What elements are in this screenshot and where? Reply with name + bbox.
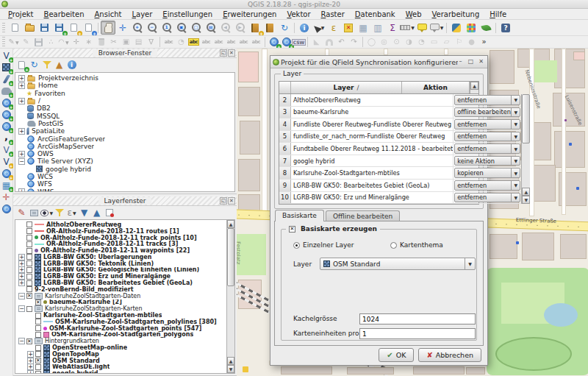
action-dropdown-arrow-icon[interactable]: ▼ bbox=[511, 157, 520, 166]
metasearch-csw-icon[interactable]: CSW bbox=[293, 37, 305, 48]
row-number-cell[interactable]: 7 bbox=[279, 155, 291, 167]
expander-icon[interactable]: − bbox=[18, 338, 25, 344]
layer-name-cell[interactable]: Karlsruhe-Zool-Stadtgarten-mbtiles bbox=[291, 167, 453, 179]
action-select[interactable]: entfernen▼ bbox=[454, 132, 520, 142]
layer-checkbox[interactable]: ✕ bbox=[35, 358, 41, 363]
new-print-composer-icon[interactable]: + bbox=[66, 21, 81, 35]
action-select[interactable]: entfernen▼ bbox=[454, 193, 520, 203]
row-number-cell[interactable]: 5 bbox=[279, 131, 291, 143]
menu-erweiterungen[interactable]: Erweiterungen bbox=[218, 10, 282, 19]
project-new-icon[interactable] bbox=[7, 21, 22, 35]
new-shapefile-layer-icon[interactable]: V+ bbox=[1, 156, 12, 167]
expander-icon[interactable]: + bbox=[18, 188, 25, 192]
collapse-all-icon[interactable]: ▲ bbox=[53, 59, 65, 71]
action-column-header[interactable]: Aktion bbox=[402, 82, 470, 93]
layer-item[interactable]: +OR-Altholz-Funde-2018-12-11 waypoints [… bbox=[17, 247, 226, 254]
layer-item[interactable]: +✕OSM Standard bbox=[17, 358, 226, 364]
table-row[interactable]: 8Karlsruhe-Zool-Stadtgarten-mbtileskopie… bbox=[279, 167, 521, 180]
map-tips-icon[interactable] bbox=[415, 21, 429, 35]
add-wms-layer-icon[interactable]: + bbox=[1, 97, 12, 108]
pan-to-selection-icon[interactable]: ✛ bbox=[115, 21, 130, 35]
expander-icon[interactable]: + bbox=[18, 254, 25, 260]
layer-item[interactable]: −✕Hintergrundkarten bbox=[17, 338, 226, 344]
row-number-cell[interactable]: 9 bbox=[279, 180, 291, 191]
expander-icon[interactable]: + bbox=[18, 128, 25, 135]
browser-item[interactable]: −Tile Server (XYZ) bbox=[17, 157, 234, 165]
menu-raster[interactable]: Raster bbox=[316, 10, 350, 19]
layer-item[interactable]: +WebAtlasDE.light bbox=[17, 364, 226, 371]
layer-name-cell[interactable]: baeume-Karlsruhe bbox=[291, 107, 453, 118]
browser-item[interactable]: +WFS bbox=[17, 180, 234, 188]
browser-item[interactable]: +SpatiaLite bbox=[17, 127, 234, 135]
ok-button[interactable]: ✔ OK bbox=[379, 348, 414, 362]
layer-checkbox[interactable] bbox=[35, 371, 41, 374]
open-attribute-table-icon[interactable]: ▦ bbox=[356, 21, 370, 35]
layer-checkbox[interactable] bbox=[26, 254, 32, 260]
layers-close-icon[interactable]: ✕ bbox=[228, 197, 235, 205]
layer-checkbox[interactable] bbox=[26, 260, 32, 266]
dialog-close-icon[interactable]: ✕ bbox=[477, 58, 485, 66]
manage-plugins-icon[interactable] bbox=[464, 21, 478, 35]
layer-checkbox[interactable] bbox=[26, 248, 32, 254]
layer-checkbox[interactable]: ✕ bbox=[26, 338, 32, 344]
add-virtual-layer-icon[interactable]: V+ bbox=[1, 144, 12, 155]
show-bookmarks-icon[interactable] bbox=[262, 21, 277, 35]
radio-map-theme[interactable]: Kartenthema bbox=[390, 241, 443, 249]
add-spatialite-layer-icon[interactable]: + bbox=[1, 74, 12, 85]
scroll-up-icon[interactable]: ▲ bbox=[227, 220, 234, 228]
layer-checkbox[interactable] bbox=[35, 313, 41, 319]
field-calculator-icon[interactable]: ▥ bbox=[370, 21, 385, 35]
expander-icon[interactable]: + bbox=[27, 358, 34, 364]
combo-arrow-icon[interactable]: ▼ bbox=[465, 258, 475, 269]
menu-verarbeitung[interactable]: Verarbeitung bbox=[426, 10, 484, 19]
layer-checkbox[interactable] bbox=[35, 351, 41, 357]
zoom-to-selection-icon[interactable]: ▢ bbox=[189, 21, 204, 35]
layer-checkbox[interactable]: ✕ bbox=[26, 293, 32, 299]
browser-item[interactable]: +ArcGisFeatureServer bbox=[17, 135, 234, 142]
action-select[interactable]: entfernen▼ bbox=[454, 143, 520, 154]
layer-checkbox[interactable] bbox=[35, 345, 41, 351]
layer-item[interactable]: +OR-Altholz-Funde-2018-12-11 tracks [3] bbox=[17, 241, 226, 247]
add-oracle-layer-icon[interactable]: + bbox=[1, 168, 12, 179]
layer-name-cell[interactable]: Fundliste Oberer Reutweg-Fundliste Obere… bbox=[291, 118, 453, 130]
layer-checkbox[interactable] bbox=[35, 319, 41, 324]
pan-map-icon[interactable] bbox=[101, 21, 115, 35]
browser-properties-icon[interactable]: i bbox=[65, 59, 78, 71]
layer-item[interactable]: +LGRB-BW GK50: Tektonik (Linien) bbox=[17, 260, 226, 267]
expander-icon[interactable]: + bbox=[18, 98, 25, 104]
project-save-icon[interactable] bbox=[37, 21, 51, 35]
select-by-expression-icon[interactable]: ε bbox=[326, 21, 341, 35]
layer-item[interactable]: −✕KarlsruheZoolStadtgarten-Daten bbox=[17, 293, 226, 299]
layer-name-cell[interactable]: LGRB-BW GK50: Bearbeitetes Gebiet (GeoLa… bbox=[291, 180, 453, 191]
table-row[interactable]: 4Fundliste Oberer Reutweg-Fundliste Ober… bbox=[279, 118, 521, 131]
expander-icon[interactable]: + bbox=[27, 351, 34, 358]
filter-browser-icon[interactable] bbox=[40, 59, 53, 71]
radio-single-layer[interactable]: Einzelner Layer bbox=[293, 241, 354, 249]
menu-datenbank[interactable]: Datenbank bbox=[350, 10, 401, 19]
project-save-as-icon[interactable]: + bbox=[51, 21, 66, 35]
layer-checkbox[interactable] bbox=[35, 325, 41, 331]
browser-item[interactable]: +ArcGisMapServer bbox=[17, 143, 234, 150]
layer-item[interactable]: +LGRB-BW GK50: Überlagerungen bbox=[17, 254, 226, 260]
row-number-cell[interactable]: 2 bbox=[279, 94, 291, 106]
filter-legend-icon[interactable] bbox=[53, 207, 65, 219]
zoom-out-icon[interactable]: − bbox=[145, 21, 159, 35]
layer-item[interactable]: +Karlsruhe-Zool-Stadtgarten-mbtiles bbox=[17, 312, 226, 319]
expander-icon[interactable]: − bbox=[18, 158, 25, 165]
layer-item[interactable]: +✕baeume-Karlsruhe [2] bbox=[17, 299, 226, 306]
layer-name-cell[interactable]: fundliste_or_nach_norm-Fundliste Oberer … bbox=[291, 131, 453, 143]
layer-checkbox[interactable] bbox=[35, 364, 41, 370]
browser-item[interactable]: +OWS bbox=[17, 150, 234, 157]
expander-icon[interactable]: + bbox=[18, 260, 25, 267]
layer-checkbox[interactable] bbox=[26, 241, 32, 247]
action-dropdown-arrow-icon[interactable]: ▼ bbox=[511, 120, 520, 129]
table-scroll-down-icon[interactable]: ▼ bbox=[522, 196, 530, 204]
zoom-to-layer-icon[interactable]: ▤ bbox=[204, 21, 218, 35]
menu-bearbeiten[interactable]: Bearbeiten bbox=[39, 10, 90, 19]
browser-item[interactable]: +Home bbox=[17, 82, 234, 89]
browser-item[interactable]: +WCS bbox=[17, 173, 234, 180]
table-scroll-up2-icon[interactable]: ▲ bbox=[522, 188, 530, 196]
metasearch-icon[interactable] bbox=[1, 203, 12, 214]
menu-web[interactable]: Web bbox=[401, 10, 427, 19]
layer-item[interactable]: +OSM-Karlsruhe-Zool-Stadtgarten_polygons bbox=[17, 332, 226, 338]
